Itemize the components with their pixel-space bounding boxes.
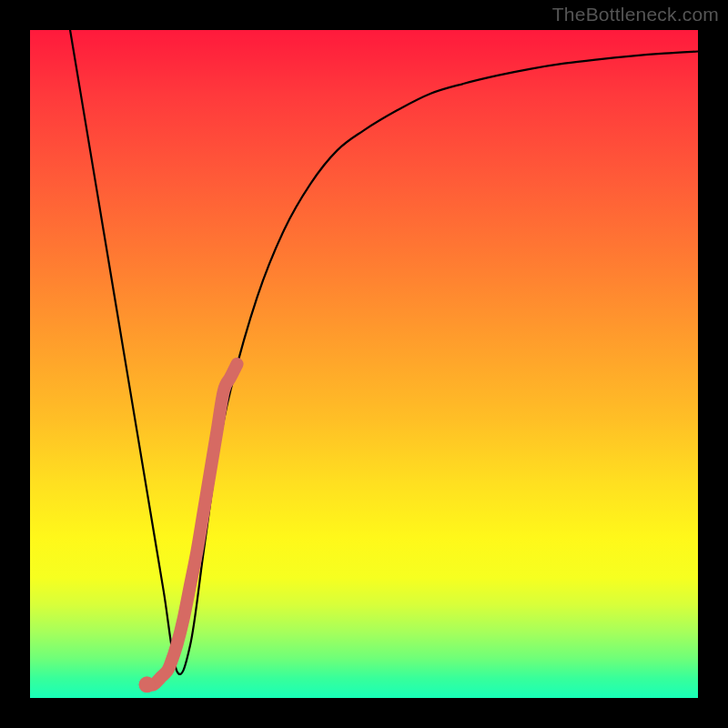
highlight-dot xyxy=(138,676,155,693)
plot-area xyxy=(30,30,698,698)
chart-svg xyxy=(30,30,698,698)
chart-frame: TheBottleneck.com xyxy=(0,0,728,728)
bottleneck-curve xyxy=(70,30,698,674)
watermark-text: TheBottleneck.com xyxy=(552,4,719,25)
